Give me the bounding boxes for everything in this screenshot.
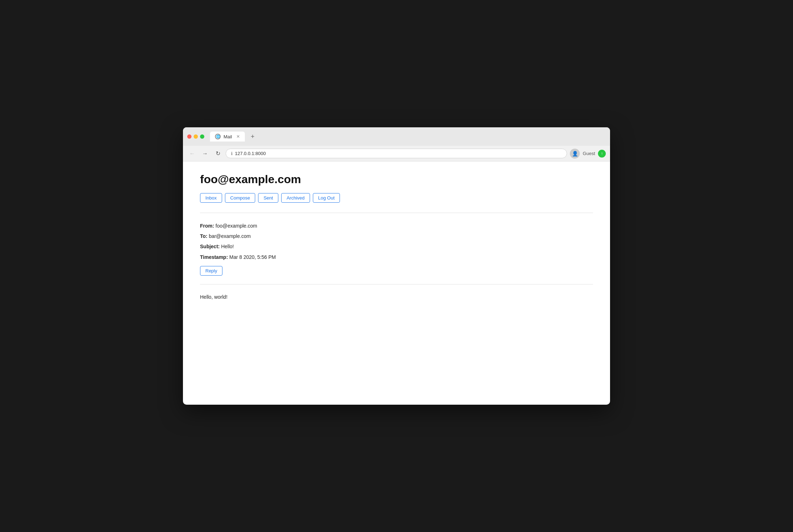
email-to: To: bar@example.com xyxy=(200,232,593,241)
back-icon: ← xyxy=(189,150,195,157)
top-divider xyxy=(200,213,593,213)
close-button[interactable] xyxy=(187,134,191,139)
nav-buttons: Inbox Compose Sent Archived Log Out xyxy=(200,193,593,203)
minimize-button[interactable] xyxy=(194,134,198,139)
reply-button[interactable]: Reply xyxy=(200,266,222,276)
tab-favicon: 🌐 xyxy=(215,134,221,139)
archived-button[interactable]: Archived xyxy=(281,193,310,203)
subject-label: Subject: xyxy=(200,244,220,249)
new-tab-button[interactable]: + xyxy=(248,132,258,142)
avatar: 👤 xyxy=(570,149,580,159)
user-email-heading: foo@example.com xyxy=(200,173,593,186)
back-button[interactable]: ← xyxy=(187,149,197,159)
from-value: foo@example.com xyxy=(216,223,257,229)
email-body: Hello, world! xyxy=(200,293,593,301)
maximize-button[interactable] xyxy=(200,134,204,139)
subject-value: Hello! xyxy=(221,244,234,249)
to-value: bar@example.com xyxy=(209,233,251,239)
timestamp-value: Mar 8 2020, 5:56 PM xyxy=(229,254,276,260)
refresh-button[interactable]: ↻ xyxy=(213,149,223,159)
title-bar: 🌐 Mail ✕ + xyxy=(183,127,610,146)
from-label: From: xyxy=(200,223,214,229)
compose-button[interactable]: Compose xyxy=(225,193,256,203)
timestamp-label: Timestamp: xyxy=(200,254,228,260)
address-bar: ← → ↻ ℹ 127.0.0.1:8000 👤 Guest ↑ xyxy=(183,146,610,161)
url-text: 127.0.0.1:8000 xyxy=(235,151,266,156)
url-bar[interactable]: ℹ 127.0.0.1:8000 xyxy=(226,149,567,158)
security-icon: ℹ xyxy=(231,151,233,156)
browser-window: 🌐 Mail ✕ + ← → ↻ ℹ 127.0.0.1:8000 👤 Gues… xyxy=(183,127,610,405)
page-content: foo@example.com Inbox Compose Sent Archi… xyxy=(183,161,610,312)
email-from: From: foo@example.com xyxy=(200,222,593,230)
to-label: To: xyxy=(200,233,208,239)
browser-tab[interactable]: 🌐 Mail ✕ xyxy=(210,132,245,142)
inbox-button[interactable]: Inbox xyxy=(200,193,222,203)
email-timestamp: Timestamp: Mar 8 2020, 5:56 PM xyxy=(200,253,593,262)
email-subject: Subject: Hello! xyxy=(200,242,593,251)
green-indicator: ↑ xyxy=(598,150,606,158)
forward-button[interactable]: → xyxy=(200,149,210,159)
tab-title: Mail xyxy=(224,134,232,139)
forward-icon: → xyxy=(202,150,208,157)
user-area: 👤 Guest ↑ xyxy=(570,149,606,159)
tab-close-icon[interactable]: ✕ xyxy=(236,134,240,139)
sent-button[interactable]: Sent xyxy=(258,193,278,203)
guest-label: Guest xyxy=(583,151,595,156)
bottom-divider xyxy=(200,284,593,284)
logout-button[interactable]: Log Out xyxy=(313,193,340,203)
traffic-lights xyxy=(187,134,204,139)
refresh-icon: ↻ xyxy=(216,150,220,157)
